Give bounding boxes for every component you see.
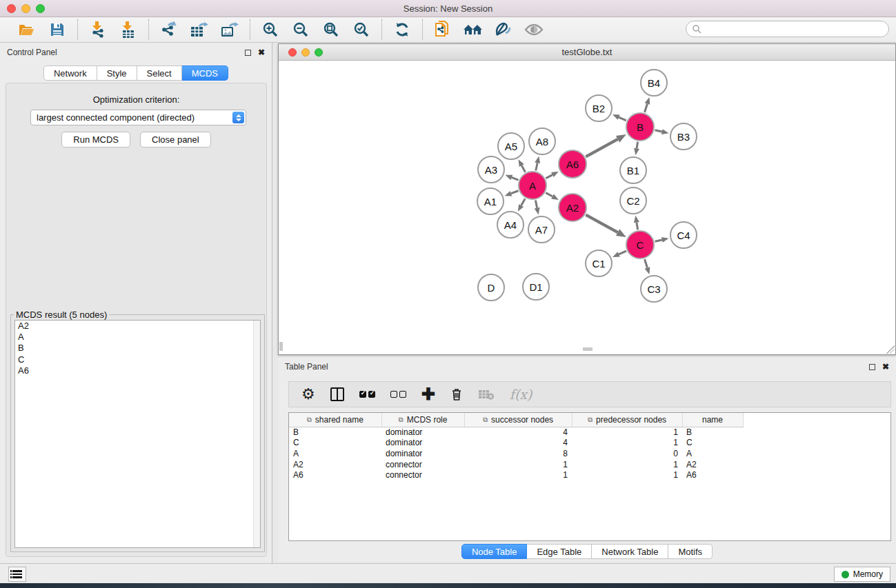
result-item[interactable]: B <box>15 343 260 354</box>
app-titlebar: Session: New Session <box>0 0 896 17</box>
memory-button[interactable]: Memory <box>834 567 890 582</box>
close-table-panel-icon[interactable]: ✖ <box>882 363 889 370</box>
import-table-icon[interactable] <box>118 20 139 39</box>
save-session-icon[interactable] <box>47 20 68 39</box>
graph-node-B2[interactable]: B2 <box>585 94 613 122</box>
graph-node-A6[interactable]: A6 <box>558 150 587 179</box>
graph-node-A8[interactable]: A8 <box>528 128 556 155</box>
network-close-button[interactable] <box>288 48 297 57</box>
eye-icon[interactable] <box>524 20 544 39</box>
graph-node-A4[interactable]: A4 <box>497 211 524 239</box>
zoom-selected-icon[interactable] <box>351 20 372 39</box>
network-minimize-button[interactable] <box>301 48 310 57</box>
add-column-icon[interactable]: ✚ <box>421 387 435 401</box>
graph-node-C3[interactable]: C3 <box>640 275 668 303</box>
close-panel-icon[interactable]: ✖ <box>258 49 265 56</box>
float-table-panel-icon[interactable] <box>869 364 875 370</box>
criterion-dropdown[interactable]: largest connected component (directed) <box>30 110 246 125</box>
result-item[interactable]: C <box>15 354 260 365</box>
task-history-icon[interactable] <box>8 567 26 582</box>
import-network-icon[interactable] <box>88 20 108 39</box>
graph-node-A5[interactable]: A5 <box>497 132 525 160</box>
graph-node-B1[interactable]: B1 <box>619 156 647 184</box>
search-field[interactable] <box>686 21 889 37</box>
deselect-all-checkboxes-icon[interactable] <box>390 391 406 398</box>
resize-grip[interactable] <box>886 345 895 354</box>
export-image-icon[interactable] <box>219 20 240 39</box>
graph-node-A3[interactable]: A3 <box>477 156 505 183</box>
graph-node-C4[interactable]: C4 <box>670 221 697 249</box>
close-panel-button[interactable]: Close panel <box>140 132 211 148</box>
open-session-icon[interactable] <box>17 20 37 39</box>
table-toolbar: ⚙ ✚ f(x) <box>288 381 891 407</box>
tab-style[interactable]: Style <box>97 65 137 81</box>
result-item[interactable]: A <box>15 332 260 343</box>
result-item[interactable]: A2 <box>15 321 260 332</box>
horizontal-scroll-indicator[interactable] <box>583 347 593 351</box>
delete-icon[interactable] <box>450 387 463 401</box>
graph-node-B4[interactable]: B4 <box>640 69 668 97</box>
function-builder-icon[interactable]: f(x) <box>510 387 532 402</box>
style-visibility-icon[interactable] <box>493 20 514 39</box>
result-item[interactable]: A6 <box>15 365 260 376</box>
refresh-icon[interactable] <box>392 20 412 39</box>
zoom-window-button[interactable] <box>36 4 45 13</box>
gear-icon[interactable]: ⚙ <box>301 387 315 401</box>
export-network-icon[interactable] <box>159 20 179 39</box>
zoom-fit-icon[interactable] <box>321 20 341 39</box>
delete-table-icon[interactable] <box>478 388 495 401</box>
network-canvas[interactable]: B4B2BB3A5A8A6A3B1AA1C2A2A4A7C4CC1C3DD1 <box>279 61 895 351</box>
zoom-in-icon[interactable] <box>260 20 281 39</box>
vertical-scroll-indicator[interactable] <box>279 342 283 351</box>
table-row[interactable]: Adominator80A <box>289 448 743 459</box>
tab-select[interactable]: Select <box>137 65 182 81</box>
graph-node-A[interactable]: A <box>518 171 547 200</box>
column-header[interactable]: ⧉predecessor nodes <box>572 413 682 427</box>
network-zoom-button[interactable] <box>315 48 323 57</box>
run-mcds-button[interactable]: Run MCDS <box>61 132 130 148</box>
main-toolbar <box>0 17 896 43</box>
split-column-icon[interactable] <box>330 387 344 401</box>
table-row[interactable]: Bdominator41B <box>289 427 743 438</box>
tab-network[interactable]: Network <box>43 65 97 81</box>
graph-node-A2[interactable]: A2 <box>558 193 587 222</box>
graph-node-C2[interactable]: C2 <box>619 187 647 214</box>
tab-network-table[interactable]: Network Table <box>592 544 668 559</box>
graph-node-C1[interactable]: C1 <box>585 250 613 277</box>
column-header[interactable]: ⧉successor nodes <box>464 413 572 427</box>
graph-node-D[interactable]: D <box>477 274 505 301</box>
graph-node-B[interactable]: B <box>626 112 655 141</box>
minimize-window-button[interactable] <box>21 4 30 13</box>
close-window-button[interactable] <box>7 4 16 13</box>
select-all-checkboxes-icon[interactable] <box>359 391 375 398</box>
control-panel-title: Control Panel <box>7 48 57 57</box>
mcds-result-group: MCDS result (5 nodes) A2ABCA6 <box>10 314 265 552</box>
graph-node-D1[interactable]: D1 <box>522 273 550 301</box>
column-header[interactable]: name <box>682 413 743 427</box>
show-networks-icon[interactable] <box>463 20 484 39</box>
graph-node-B3[interactable]: B3 <box>670 123 697 150</box>
export-table-icon[interactable] <box>189 20 210 39</box>
table-row[interactable]: A6connector11A6 <box>289 469 743 480</box>
application-window: Session: New Session <box>0 0 896 588</box>
table-row[interactable]: A2connector11A2 <box>289 459 743 470</box>
result-list-scrollbar[interactable] <box>253 321 260 547</box>
mcds-result-list[interactable]: A2ABCA6 <box>14 320 261 548</box>
graph-node-C[interactable]: C <box>626 230 655 259</box>
zoom-out-icon[interactable] <box>290 20 311 39</box>
node-table[interactable]: ⧉shared name⧉MCDS role⧉successor nodes⧉p… <box>288 412 891 541</box>
tab-motifs[interactable]: Motifs <box>668 544 713 559</box>
table-row[interactable]: Cdominator41C <box>289 438 743 449</box>
column-header[interactable]: ⧉MCDS role <box>381 413 464 427</box>
tab-mcds[interactable]: MCDS <box>182 65 228 81</box>
shared-column-icon: ⧉ <box>483 416 488 424</box>
tab-node-table[interactable]: Node Table <box>461 544 528 559</box>
tab-edge-table[interactable]: Edge Table <box>527 544 592 559</box>
graph-node-A1[interactable]: A1 <box>477 187 504 215</box>
network-window-titlebar[interactable]: testGlobe.txt <box>279 44 895 61</box>
column-header[interactable]: ⧉shared name <box>289 413 381 427</box>
float-panel-icon[interactable] <box>245 50 251 56</box>
graph-node-A7[interactable]: A7 <box>528 216 555 243</box>
search-input[interactable] <box>701 22 888 36</box>
network-from-file-icon[interactable] <box>432 20 453 39</box>
